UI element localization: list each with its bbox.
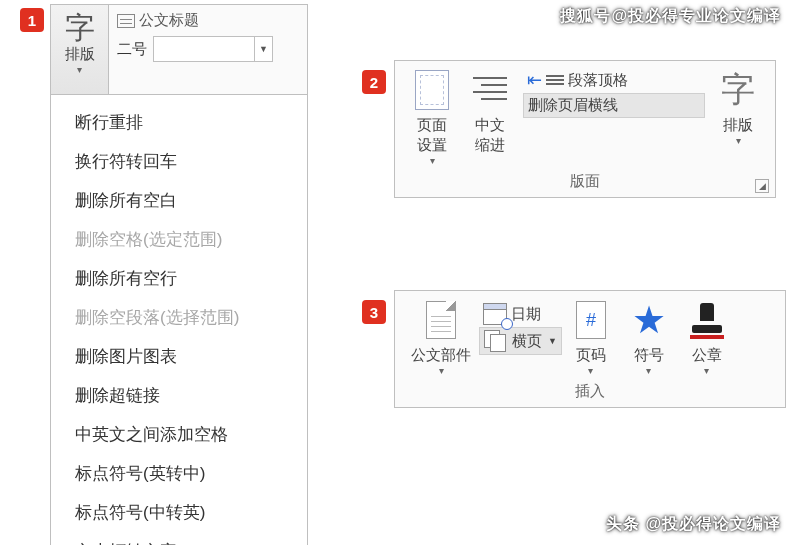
chinese-indent-button[interactable]: 中文 缩进	[461, 67, 519, 168]
typeset-header-right: 公文标题 二号 ▼	[109, 5, 307, 94]
typeset-menu-item[interactable]: 中英文之间添加空格	[51, 415, 307, 454]
insert-group-label-text: 插入	[575, 382, 605, 399]
doc-parts-button[interactable]: 公文部件 ▾	[403, 297, 479, 378]
landscape-button[interactable]: 横页 ▼	[479, 327, 562, 355]
typeset-menu-item[interactable]: 断行重排	[51, 103, 307, 142]
typeset-button-ribbon[interactable]: 字 排版 ▾	[709, 67, 767, 168]
pages-icon	[484, 330, 508, 352]
stamp-button[interactable]: 公章 ▾	[678, 297, 736, 378]
marker-1: 1	[20, 8, 44, 32]
typeset-menu-item[interactable]: 删除所有空行	[51, 259, 307, 298]
hash-icon: #	[576, 301, 606, 339]
document-title-icon	[117, 14, 135, 28]
chevron-down-icon: ▾	[570, 365, 612, 376]
symbol-button[interactable]: ★ 符号 ▾	[620, 297, 678, 378]
typeset-glyph-icon: 字	[51, 11, 108, 45]
page-setup-icon	[415, 70, 449, 110]
typeset-menu-item[interactable]: 删除超链接	[51, 376, 307, 415]
chevron-down-icon: ▾	[411, 365, 471, 376]
date-button[interactable]: 日期	[479, 301, 562, 327]
layout-group-label: 版面 ◢	[395, 170, 775, 197]
font-size-select[interactable]: ▼	[153, 36, 273, 62]
stamp-icon	[690, 301, 724, 339]
page-number-button[interactable]: # 页码 ▾	[562, 297, 620, 378]
star-icon: ★	[632, 301, 666, 339]
chevron-down-icon: ▾	[51, 64, 108, 75]
document-icon	[426, 301, 456, 339]
layout-group-label-text: 版面	[570, 172, 600, 189]
indent-icon	[473, 73, 507, 107]
delete-header-line-button[interactable]: 删除页眉横线	[523, 93, 705, 118]
typeset-menu-item[interactable]: 删除图片图表	[51, 337, 307, 376]
typeset-menu-item: 删除空段落(选择范围)	[51, 298, 307, 337]
document-title-label: 公文标题	[139, 11, 199, 30]
page-setup-label: 页面 设置	[411, 115, 453, 155]
watermark-top: 搜狐号@投必得专业论文编译	[560, 6, 781, 27]
typeset-menu-item[interactable]: 标点符号(中转英)	[51, 493, 307, 532]
watermark-bottom: 头条 @投必得论文编译	[606, 514, 781, 535]
typeset-button[interactable]: 字 排版 ▾	[51, 5, 109, 94]
typeset-menu-item[interactable]: 删除所有空白	[51, 181, 307, 220]
typeset-menu-item[interactable]: 标点符号(英转中)	[51, 454, 307, 493]
paragraph-icon	[546, 73, 564, 87]
page-setup-button[interactable]: 页面 设置 ▾	[403, 67, 461, 168]
landscape-label: 横页	[512, 332, 542, 351]
typeset-button-label: 排版	[51, 45, 108, 64]
layout-ribbon-group: 页面 设置 ▾ 中文 缩进 ⇤ 段落顶格 删除页眉横线 字 排版 ▾ 版面	[394, 60, 776, 198]
typeset-ribbon-label: 排版	[717, 115, 759, 135]
chevron-down-icon: ▾	[628, 365, 670, 376]
chevron-down-icon: ▼	[548, 336, 557, 346]
page-number-label: 页码	[570, 345, 612, 365]
chevron-down-icon: ▾	[686, 365, 728, 376]
chevron-down-icon: ▼	[254, 37, 272, 61]
doc-parts-label: 公文部件	[411, 345, 471, 365]
typeset-menu-item[interactable]: 换行符转回车	[51, 142, 307, 181]
insert-group-label: 插入	[395, 380, 785, 407]
typeset-menu: 断行重排换行符转回车删除所有空白删除空格(选定范围)删除所有空行删除空段落(选择…	[51, 95, 307, 545]
arrow-top-icon: ⇤	[527, 69, 542, 91]
typeset-header: 字 排版 ▾ 公文标题 二号 ▼	[51, 5, 307, 95]
clock-icon	[501, 318, 513, 330]
typeset-dropdown-panel: 字 排版 ▾ 公文标题 二号 ▼ 断行重排换行符转回车删除所有空白删除空格(选定…	[50, 4, 308, 545]
delete-header-line-label: 删除页眉横线	[528, 96, 618, 115]
dialog-launcher-icon[interactable]: ◢	[755, 179, 769, 193]
marker-3: 3	[362, 300, 386, 324]
typeset-menu-item[interactable]: 文本框转文字	[51, 532, 307, 545]
insert-ribbon-group: 公文部件 ▾ 日期 横页 ▼ # 页码 ▾ ★ 符号 ▾ 公章	[394, 290, 786, 408]
stamp-label: 公章	[686, 345, 728, 365]
symbol-label: 符号	[628, 345, 670, 365]
paragraph-top-button[interactable]: ⇤ 段落顶格	[523, 67, 705, 93]
typeset-glyph-icon: 字	[721, 67, 755, 113]
marker-2: 2	[362, 70, 386, 94]
chevron-down-icon: ▾	[411, 155, 453, 166]
chevron-down-icon: ▾	[717, 135, 759, 146]
chinese-indent-label: 中文 缩进	[469, 115, 511, 155]
paragraph-top-label: 段落顶格	[568, 71, 628, 90]
font-size-label: 二号	[117, 40, 147, 59]
typeset-menu-item: 删除空格(选定范围)	[51, 220, 307, 259]
date-label: 日期	[511, 305, 541, 324]
